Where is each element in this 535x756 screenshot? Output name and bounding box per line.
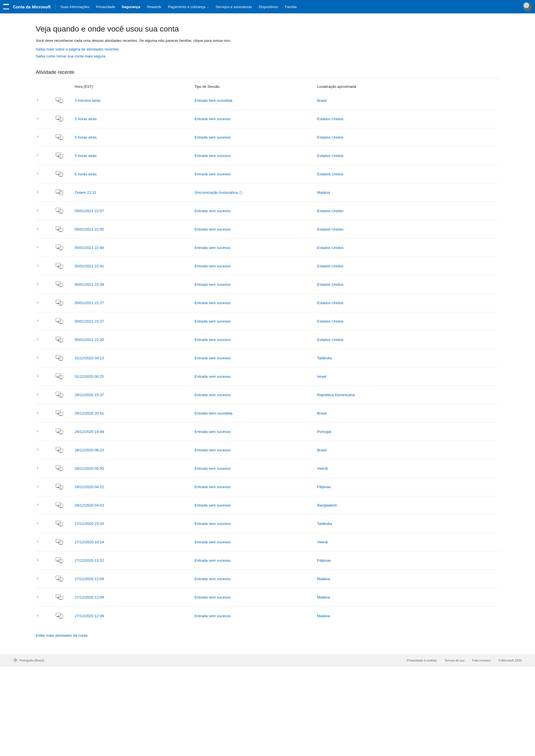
activity-row[interactable]: 05/01/2021 22:41Entrada sem sucessoEstad… xyxy=(36,257,499,276)
brand-title[interactable]: Conta da Microsoft xyxy=(13,5,55,9)
activity-row[interactable]: 05/01/2021 22:20Entrada sem sucessoEstad… xyxy=(36,331,499,349)
activity-row[interactable]: 05/01/2021 22:29Entrada sem sucessoEstad… xyxy=(36,276,499,294)
desktop-icon xyxy=(55,575,75,583)
activity-location: Estados Unidos xyxy=(317,227,499,231)
activity-location: Estados Unidos xyxy=(317,264,499,268)
footer-link-0[interactable]: Privacidade e cookies xyxy=(407,659,436,662)
nav-item-6[interactable]: Dispositivos xyxy=(256,3,281,11)
desktop-icon xyxy=(55,465,75,472)
activity-row[interactable]: 31/12/2020 04:13Entrada sem sucessoTailâ… xyxy=(36,349,499,367)
activity-row[interactable]: 27/12/2020 16:14Entrada sem sucessoVietn… xyxy=(36,533,499,551)
svg-rect-60 xyxy=(57,377,59,377)
svg-rect-7 xyxy=(60,121,62,122)
col-time-header: Hora (EST) xyxy=(75,84,194,89)
activity-row[interactable]: 6 horas atrásEntrada sem sucessoEstados … xyxy=(36,165,499,184)
chevron-right-icon xyxy=(36,466,55,471)
activity-time: 27/12/2020 16:14 xyxy=(75,540,194,544)
col-loc-header: Localização aproximada xyxy=(317,84,499,89)
nav-item-3[interactable]: Rewards xyxy=(144,3,164,11)
chevron-right-icon xyxy=(36,540,55,544)
activity-row[interactable]: 27/12/2020 23:33Entrada sem sucessoTailâ… xyxy=(36,514,499,533)
svg-rect-34 xyxy=(60,250,62,250)
activity-row[interactable]: 05/01/2021 22:27Entrada sem sucessoEstad… xyxy=(36,312,499,331)
chevron-right-icon xyxy=(36,190,55,195)
svg-rect-21 xyxy=(57,193,59,193)
activity-row[interactable]: 05/01/2021 22:27Entrada sem sucessoEstad… xyxy=(36,294,499,312)
activity-location: Estados Unidos xyxy=(317,209,499,213)
footer-link-2[interactable]: Fale conosco xyxy=(472,659,491,662)
link-secure-account[interactable]: Saiba como tornar sua conta mais segura xyxy=(36,54,499,58)
activity-type: Entrada sem sucesso xyxy=(194,558,317,563)
chevron-right-icon xyxy=(36,319,55,324)
activity-type: Entrada sem sucesso xyxy=(194,282,317,287)
activity-row[interactable]: 28/12/2020 04:22Entrada sem sucessoFilip… xyxy=(36,478,499,496)
activity-row[interactable]: 05/01/2021 22:55Entrada sem sucessoEstad… xyxy=(36,220,499,239)
link-show-more[interactable]: Exibir mais atividades da conta xyxy=(36,633,88,638)
desktop-icon xyxy=(55,354,75,362)
activity-row[interactable]: 3 minutos atrásEntrada bem-sucedidaBrasi… xyxy=(36,91,499,110)
activity-location: Estados Unidos xyxy=(317,154,499,158)
activity-row[interactable]: 27/12/2020 13:32Entrada sem sucessoFilip… xyxy=(36,551,499,570)
footer-language[interactable]: Português (Brasil) xyxy=(19,659,44,662)
desktop-icon xyxy=(55,97,75,104)
activity-row[interactable]: 27/12/2020 12:09Entrada sem sucessoMalás… xyxy=(36,607,499,625)
chevron-right-icon xyxy=(36,172,55,176)
activity-row[interactable]: 27/12/2020 12:09Entrada sem sucessoMalás… xyxy=(36,570,499,588)
svg-rect-66 xyxy=(60,397,62,397)
activity-time: 05/01/2021 22:41 xyxy=(75,264,194,268)
svg-rect-54 xyxy=(60,342,62,342)
activity-time: 27/12/2020 12:09 xyxy=(75,595,194,599)
activity-row[interactable]: 05/01/2021 22:48Entrada sem sucessoEstad… xyxy=(36,239,499,257)
nav-item-5[interactable]: Serviços e assinaturas xyxy=(213,3,255,11)
activity-row[interactable]: 5 horas atrásEntrada sem sucessoEstados … xyxy=(36,110,499,128)
activity-row[interactable]: 5 horas atrásEntrada sem sucessoEstados … xyxy=(36,147,499,165)
avatar[interactable] xyxy=(523,2,532,11)
link-learn-activity[interactable]: Saiba mais sobre a página de atividades … xyxy=(36,47,499,51)
activity-row[interactable]: 31/12/2020 00:25Entrada sem sucessoIsrae… xyxy=(36,367,499,386)
nav-item-1[interactable]: Privacidade xyxy=(93,3,118,11)
activity-row[interactable]: 27/12/2020 12:09Entrada sem sucessoMalás… xyxy=(36,588,499,607)
activity-row[interactable]: 28/12/2020 19:44Entrada sem sucessoPortu… xyxy=(36,422,499,441)
nav-item-2[interactable]: Segurança xyxy=(119,3,143,11)
activity-time: 28/12/2020 19:44 xyxy=(75,429,194,434)
activity-time: 28/12/2020 05:55 xyxy=(75,466,194,471)
section-heading: Atividade recente xyxy=(36,70,499,78)
nav-item-0[interactable]: Suas informações xyxy=(58,3,92,11)
activity-row[interactable]: 05/01/2021 22:57Entrada sem sucessoEstad… xyxy=(36,202,499,220)
activity-row[interactable]: Ontem 22:31Sincronização AutomáticaiMalá… xyxy=(36,184,499,202)
chevron-right-icon xyxy=(36,227,55,232)
svg-rect-62 xyxy=(60,379,62,379)
nav-item-7[interactable]: Família xyxy=(282,3,299,11)
activity-row[interactable]: 28/12/2020 23:37Entrada sem sucessoRepúb… xyxy=(36,386,499,404)
svg-rect-100 xyxy=(57,561,59,562)
svg-rect-32 xyxy=(57,248,59,249)
desktop-icon xyxy=(55,281,75,288)
activity-time: 31/12/2020 00:25 xyxy=(75,374,194,379)
app-launcher-icon[interactable] xyxy=(3,4,9,10)
chevron-right-icon xyxy=(36,264,55,269)
activity-location: Bangladesh xyxy=(317,503,499,507)
svg-rect-94 xyxy=(60,526,62,526)
activity-time: 05/01/2021 22:55 xyxy=(75,227,194,231)
svg-rect-92 xyxy=(57,524,59,525)
activity-type: Entrada sem sucesso xyxy=(194,374,317,379)
svg-rect-11 xyxy=(60,139,62,140)
activity-location: Estados Unidos xyxy=(317,246,499,250)
svg-rect-114 xyxy=(60,618,62,619)
activity-location: Estados Unidos xyxy=(317,319,499,323)
activity-row[interactable]: 28/12/2020 20:41Entrada bem-sucedidaBras… xyxy=(36,404,499,422)
activity-row[interactable]: 5 horas atrásEntrada sem sucessoEstados … xyxy=(36,128,499,147)
activity-location: Vietnã xyxy=(317,466,499,471)
activity-row[interactable]: 28/12/2020 05:55Entrada sem sucessoVietn… xyxy=(36,459,499,478)
activity-location: Filipinas xyxy=(317,558,499,563)
info-icon[interactable]: i xyxy=(239,191,242,194)
footer-link-1[interactable]: Termos de uso xyxy=(444,659,465,662)
activity-location: Estados Unidos xyxy=(317,117,499,121)
activity-type: Entrada sem sucesso xyxy=(194,117,317,121)
nav-item-4[interactable]: Pagamento e cobrança ⌄ xyxy=(165,3,212,11)
activity-row[interactable]: 28/12/2020 06:23Entrada sem sucessoBrasi… xyxy=(36,441,499,459)
desktop-icon xyxy=(55,373,75,380)
chevron-right-icon xyxy=(36,153,55,158)
activity-row[interactable]: 28/12/2020 04:03Entrada sem sucessoBangl… xyxy=(36,496,499,514)
desktop-icon xyxy=(55,410,75,417)
